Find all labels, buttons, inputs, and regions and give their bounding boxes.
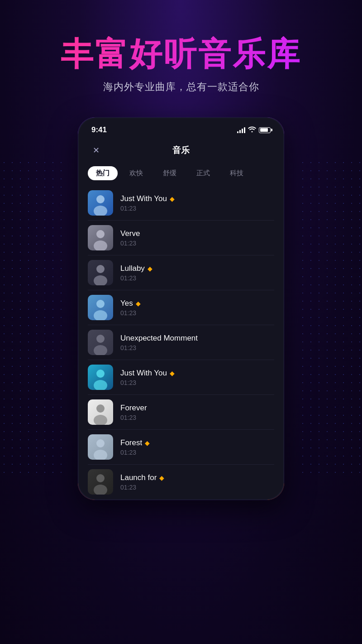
music-info: Yes ◆ 01:23 bbox=[120, 299, 274, 317]
vip-icon: ◆ bbox=[148, 265, 152, 272]
music-duration: 01:23 bbox=[120, 414, 274, 421]
music-info: Launch for ◆ 01:23 bbox=[120, 473, 274, 491]
music-item[interactable]: Launch for ◆ 01:23 bbox=[79, 465, 283, 499]
music-list: Just With You ◆ 01:23 Verve 01:23 bbox=[79, 186, 283, 499]
svg-point-11 bbox=[94, 380, 107, 390]
svg-point-3 bbox=[94, 240, 107, 250]
tab-hot[interactable]: 热门 bbox=[88, 166, 118, 180]
music-info: Verve 01:23 bbox=[120, 229, 274, 247]
svg-point-10 bbox=[96, 370, 105, 378]
phone-wrapper: 9:41 bbox=[77, 116, 285, 501]
vip-icon: ◆ bbox=[136, 300, 141, 307]
music-info: Forest ◆ 01:23 bbox=[120, 438, 274, 456]
battery-icon bbox=[259, 127, 271, 133]
svg-point-14 bbox=[96, 439, 105, 447]
phone-mockup: 9:41 bbox=[77, 116, 285, 501]
music-duration: 01:23 bbox=[120, 240, 274, 247]
tab-happy[interactable]: 欢快 bbox=[121, 166, 151, 180]
album-art bbox=[88, 295, 113, 320]
close-button[interactable]: ✕ bbox=[90, 144, 102, 157]
svg-point-5 bbox=[94, 275, 107, 285]
music-item[interactable]: Just With You ◆ 01:23 bbox=[79, 186, 283, 220]
music-duration: 01:23 bbox=[120, 484, 274, 491]
music-duration: 01:23 bbox=[120, 344, 274, 351]
svg-point-6 bbox=[96, 300, 105, 308]
album-art bbox=[88, 469, 113, 495]
svg-point-16 bbox=[96, 474, 105, 482]
app-title: 音乐 bbox=[172, 144, 190, 156]
music-info: Just With You ◆ 01:23 bbox=[120, 194, 274, 212]
music-name: Forever bbox=[120, 404, 274, 413]
svg-point-12 bbox=[96, 404, 105, 413]
music-duration: 01:23 bbox=[120, 274, 274, 282]
album-art bbox=[88, 330, 113, 355]
hero-subtitle: 海内外专业曲库，总有一款适合你 bbox=[61, 80, 301, 94]
music-item[interactable]: Forest ◆ 01:23 bbox=[79, 430, 283, 464]
status-icons bbox=[237, 126, 271, 134]
signal-icon bbox=[237, 127, 245, 133]
vip-icon: ◆ bbox=[170, 370, 175, 377]
music-name: Unexpected Momment bbox=[120, 334, 274, 343]
album-art bbox=[88, 434, 113, 460]
svg-point-1 bbox=[94, 206, 107, 216]
page: 丰富好听音乐库 海内外专业曲库，总有一款适合你 9:41 bbox=[0, 0, 362, 644]
svg-point-9 bbox=[94, 345, 107, 355]
svg-point-17 bbox=[94, 485, 107, 495]
status-bar: 9:41 bbox=[79, 118, 283, 138]
music-duration: 01:23 bbox=[120, 379, 274, 386]
music-item[interactable]: Verve 01:23 bbox=[79, 221, 283, 255]
svg-point-0 bbox=[96, 195, 105, 203]
vip-icon: ◆ bbox=[145, 439, 150, 447]
music-name: Verve bbox=[120, 229, 274, 238]
status-time: 9:41 bbox=[91, 125, 107, 135]
music-name: Just With You ◆ bbox=[120, 194, 274, 203]
music-info: Forever 01:23 bbox=[120, 404, 274, 421]
hero-title: 丰富好听音乐库 bbox=[61, 36, 301, 72]
music-name: Launch for ◆ bbox=[120, 473, 274, 482]
tab-tech[interactable]: 科技 bbox=[222, 166, 252, 180]
svg-point-13 bbox=[94, 415, 107, 425]
music-duration: 01:23 bbox=[120, 205, 274, 212]
svg-point-4 bbox=[96, 265, 105, 273]
tab-formal[interactable]: 正式 bbox=[188, 166, 218, 180]
album-art bbox=[88, 260, 113, 285]
music-item[interactable]: Lullaby ◆ 01:23 bbox=[79, 255, 283, 290]
phone-inner: 9:41 bbox=[79, 118, 283, 499]
svg-point-7 bbox=[94, 310, 107, 320]
album-art bbox=[88, 225, 113, 250]
music-name: Yes ◆ bbox=[120, 299, 274, 308]
vip-icon: ◆ bbox=[159, 474, 164, 481]
album-art bbox=[88, 190, 113, 216]
music-info: Unexpected Momment 01:23 bbox=[120, 334, 274, 351]
svg-point-2 bbox=[96, 230, 105, 238]
album-art bbox=[88, 399, 113, 425]
svg-point-8 bbox=[96, 335, 105, 343]
app-header: ✕ 音乐 bbox=[79, 138, 283, 163]
svg-point-15 bbox=[94, 450, 107, 460]
music-name: Lullaby ◆ bbox=[120, 264, 274, 273]
music-item[interactable]: Yes ◆ 01:23 bbox=[79, 290, 283, 325]
music-name: Just With You ◆ bbox=[120, 369, 274, 378]
tab-calm[interactable]: 舒缓 bbox=[155, 166, 185, 180]
hero-section: 丰富好听音乐库 海内外专业曲库，总有一款适合你 bbox=[61, 0, 301, 112]
vip-icon: ◆ bbox=[170, 195, 175, 202]
music-item[interactable]: Just With You ◆ 01:23 bbox=[79, 360, 283, 394]
music-info: Just With You ◆ 01:23 bbox=[120, 369, 274, 386]
filter-tabs: 热门 欢快 舒缓 正式 科技 bbox=[79, 163, 283, 186]
music-item[interactable]: Unexpected Momment 01:23 bbox=[79, 325, 283, 360]
music-duration: 01:23 bbox=[120, 449, 274, 456]
music-info: Lullaby ◆ 01:23 bbox=[120, 264, 274, 282]
music-duration: 01:23 bbox=[120, 309, 274, 317]
music-item[interactable]: Forever 01:23 bbox=[79, 395, 283, 429]
music-name: Forest ◆ bbox=[120, 438, 274, 447]
wifi-icon bbox=[248, 126, 256, 134]
album-art bbox=[88, 365, 113, 390]
